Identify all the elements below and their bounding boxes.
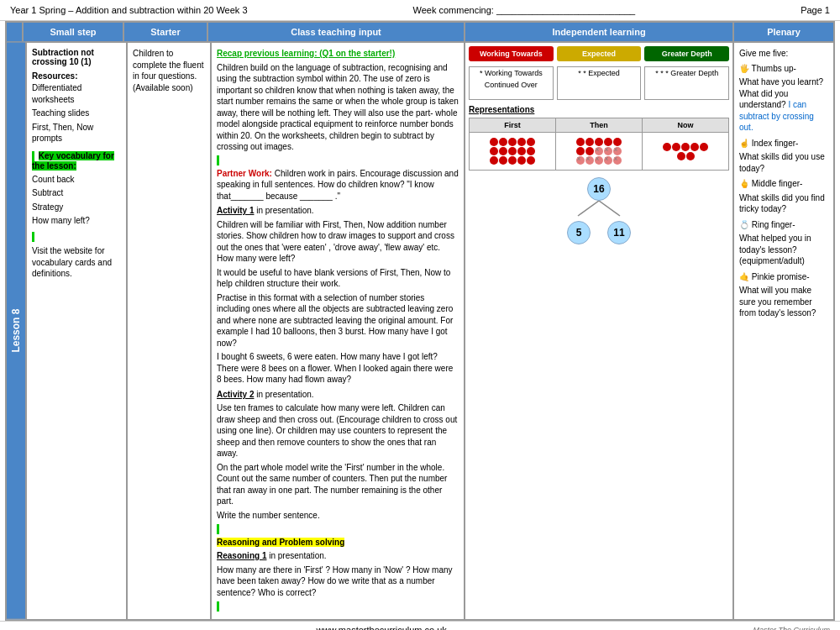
number-tree: 16 5 11 (469, 177, 729, 244)
star-working-label: * Working Towards (471, 69, 551, 77)
vocab-3: Strategy (32, 202, 121, 213)
header-starter: Starter (123, 22, 207, 42)
starter-text: Children to complete the fluent in four … (133, 48, 205, 93)
dot (700, 143, 708, 151)
resource-2: Teaching slides (32, 108, 121, 119)
activity1-text3: Practise in this format with a selection… (217, 292, 459, 349)
tree-bottom-nodes: 5 11 (567, 221, 631, 244)
svg-line-0 (578, 201, 599, 216)
col-small-step: Subtraction not crossing 10 (1) Resource… (26, 42, 127, 620)
footer-logo: Master The Curriculum (753, 626, 830, 630)
small-step-title: Subtraction not crossing 10 (1) (32, 48, 121, 66)
fnl-header-then: Then (556, 118, 643, 133)
badge-expected: Expected (557, 46, 642, 61)
dot (576, 138, 585, 146)
key-vocab-label: Key vocabulary for the lesson: (32, 151, 114, 171)
header-row: Small step Starter Class teaching input … (6, 22, 834, 42)
activity2-text1: Use ten frames to calculate how many wer… (217, 402, 459, 459)
dot (663, 143, 671, 151)
resource-1: Differentiated worksheets (32, 82, 121, 105)
star-row: * Working Towards Continued Over * * Exp… (469, 66, 729, 100)
plenary-pinkie-label: 🤙 Pinkie promise- (739, 271, 828, 283)
lesson-label: Lesson 8 (6, 42, 26, 620)
plenary-intro: Give me five: (739, 48, 828, 60)
dot (517, 156, 526, 165)
dot (499, 147, 507, 155)
dot-crossed (595, 156, 603, 165)
plenary-ring-label: 💍 Ring finger- (739, 219, 828, 231)
dot (499, 138, 507, 146)
badge-greater-depth: Greater Depth (644, 46, 729, 61)
plenary-pinkie-text: What will you make sure you remember fro… (739, 285, 828, 319)
activity2-text2: On the part whole model write the 'First… (217, 462, 459, 507)
reasoning1-intro: in presentation. (269, 551, 326, 560)
dot (517, 147, 526, 155)
tree-svg (565, 201, 633, 218)
page-number: Page 1 (801, 5, 830, 15)
footer-website: www.masterthecurriculum.co.uk (317, 625, 447, 630)
header-class-teaching: Class teaching input (207, 22, 465, 42)
activity1-text2: It would be useful to have blank version… (217, 267, 459, 290)
dot (690, 143, 699, 151)
indep-badges: Working Towards Expected Greater Depth (469, 46, 729, 61)
dot-crossed (613, 156, 622, 165)
badge-working-towards: Working Towards (469, 46, 554, 61)
resources-label: Resources: (32, 71, 121, 81)
fnl-cell-1 (470, 133, 556, 171)
dot (527, 156, 535, 165)
header-plenary: Plenary (733, 22, 834, 42)
plenary-thumb-label: 🖐 Thumbs up- (739, 63, 828, 75)
dot (508, 138, 517, 146)
plenary-index-label: ☝ Index finger- (739, 138, 828, 150)
main-table: Small step Starter Class teaching input … (5, 21, 835, 621)
dot (490, 138, 498, 146)
fnl-header-now: Now (643, 118, 729, 133)
dot (490, 156, 498, 165)
blue-text: I can subtract by crossing out. (739, 100, 814, 132)
partner-work-label: Partner Work: (217, 169, 272, 178)
col-plenary: Give me five: 🖐 Thumbs up- What have you… (733, 42, 834, 620)
page-title: Year 1 Spring – Addition and subtraction… (10, 5, 248, 15)
svg-line-1 (599, 201, 620, 216)
activity2-label: Activity 2 (217, 390, 254, 399)
star-greater-label: * * * Greater Depth (647, 69, 727, 77)
plenary-ring-text: What helped you in today's lesson? (equi… (739, 233, 828, 267)
dot (585, 138, 594, 146)
recap-label: Recap previous learning: (Q1 on the star… (217, 49, 395, 58)
star-expected: * * Expected (557, 66, 642, 100)
header-independent: Independent learning (465, 22, 733, 42)
dot (490, 147, 498, 155)
activity2-text3: Write the number sentence. (217, 510, 459, 522)
dot (508, 147, 517, 155)
dot (517, 138, 526, 146)
intro-text: Children build on the language of subtra… (217, 62, 459, 153)
dot (508, 156, 517, 165)
footer: www.masterthecurriculum.co.uk Master The… (0, 621, 840, 630)
reasoning-label: Reasoning and Problem solving (217, 538, 344, 547)
col-class-teaching: Recap previous learning: (Q1 on the star… (211, 42, 465, 620)
dot (681, 143, 690, 151)
plenary-middle-label: 🖕 Middle finger- (739, 178, 828, 190)
activity1-text4: I bought 6 sweets, 6 were eaten. How man… (217, 351, 459, 386)
activity1-label: Activity 1 (217, 206, 254, 215)
fnl-cell-2 (556, 133, 643, 171)
activity1-text1: Children will be familiar with First, Th… (217, 219, 459, 265)
plenary-middle-text: What skills did you find tricky today? (739, 192, 828, 215)
reasoning1-text: How many are there in 'First' ? How many… (217, 564, 459, 599)
dot (527, 138, 535, 146)
dot-crossed (585, 156, 594, 165)
dot (686, 152, 695, 160)
star-greater: * * * Greater Depth (644, 66, 729, 100)
continued-over: Continued Over (471, 81, 551, 89)
activity2-intro: in presentation. (256, 390, 313, 399)
top-bar: Year 1 Spring – Addition and subtraction… (0, 0, 840, 21)
star-working: * Working Towards Continued Over (469, 66, 554, 100)
vocab-2: Subtract (32, 187, 121, 199)
fnl-table: First Then Now (469, 118, 729, 171)
vocab-1: Count back (32, 174, 121, 186)
dot (499, 156, 507, 165)
vocab-4: How many left? (32, 215, 121, 227)
week-commencing: Week commencing: _______________________… (413, 5, 636, 15)
header-small-step: Small step (23, 22, 123, 42)
fnl-header-first: First (470, 118, 556, 133)
